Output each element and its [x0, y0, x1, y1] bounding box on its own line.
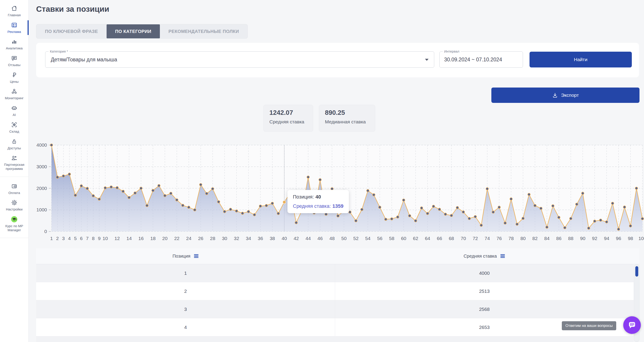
bids-chart[interactable]: 0100020003000400012345678910121416182022… — [33, 142, 644, 245]
column-menu-icon[interactable] — [500, 254, 505, 259]
sidebar-item-label: Отзывы — [8, 63, 20, 67]
payment-icon — [11, 183, 18, 190]
chat-tooltip: Ответим на ваши вопросы — [562, 321, 616, 330]
sidebar-item-label: Реклама — [8, 30, 21, 34]
cell-position: 1 — [36, 264, 335, 282]
interval-input[interactable]: Интервал 30.09.2024 ~ 07.10.2024 — [440, 51, 523, 68]
sidebar-item-access[interactable]: Доступы — [0, 136, 28, 152]
svg-text:36: 36 — [258, 236, 263, 241]
sidebar-item-ads[interactable]: Реклама — [0, 19, 28, 36]
svg-text:5: 5 — [74, 236, 77, 241]
svg-text:6: 6 — [80, 236, 83, 241]
svg-text:46: 46 — [318, 236, 323, 241]
table-row-partial — [36, 336, 634, 342]
table-row: 32568 — [36, 300, 634, 318]
sidebar-item-label: Партнерская программа — [2, 163, 27, 171]
cell-avg-bid: 2513 — [335, 282, 634, 300]
svg-text:76: 76 — [496, 236, 502, 241]
sidebar-item-warehouse[interactable]: Склад — [0, 119, 28, 136]
svg-text:54: 54 — [365, 236, 370, 241]
svg-text:84: 84 — [544, 236, 550, 241]
chat-button[interactable] — [623, 316, 641, 334]
svg-text:90: 90 — [580, 236, 585, 241]
svg-text:7: 7 — [86, 236, 89, 241]
sidebar-item-label: Цены — [10, 80, 19, 84]
svg-text:12: 12 — [114, 236, 120, 241]
tooltip-position-row: Позиция:40 — [293, 194, 344, 200]
svg-text:44: 44 — [306, 236, 311, 241]
stat-label: Средняя ставка — [270, 119, 307, 124]
tab-1[interactable]: ПО КАТЕГОРИИ — [106, 24, 160, 38]
table-row: 14000 — [36, 264, 634, 282]
sidebar-item-label: Доступы — [8, 146, 21, 150]
svg-text:98: 98 — [628, 236, 633, 241]
sidebar-item-label: Оплата — [8, 191, 20, 195]
page-title: Ставки за позиции — [36, 4, 109, 13]
sidebar-item-prices[interactable]: Цены — [0, 69, 28, 86]
sidebar-item-analytics[interactable]: Аналитика — [0, 36, 28, 52]
stat-card-average: 1242.07 Средняя ставка — [263, 105, 313, 132]
svg-text:28: 28 — [210, 236, 215, 241]
prices-icon — [11, 71, 18, 78]
reviews-icon — [11, 55, 18, 62]
svg-text:32: 32 — [234, 236, 239, 241]
sidebar-item-label: AI — [13, 113, 16, 117]
sidebar-item-monitoring[interactable]: Мониторинг — [0, 86, 28, 102]
svg-text:64: 64 — [425, 236, 430, 241]
search-button[interactable]: Найти — [530, 52, 632, 67]
monitoring-icon — [11, 88, 18, 95]
svg-text:4: 4 — [68, 236, 71, 241]
sidebar-item-partner[interactable]: Партнерская программа — [0, 152, 28, 173]
sidebar-item-payment[interactable]: Оплата — [0, 180, 28, 197]
svg-text:20: 20 — [162, 236, 168, 241]
svg-text:82: 82 — [532, 236, 538, 241]
interval-label: Интервал — [443, 49, 461, 53]
table-body: 14000225133256842653 — [36, 264, 634, 342]
export-label: Экспорт — [561, 92, 579, 98]
svg-text:1000: 1000 — [36, 207, 47, 212]
svg-text:96: 96 — [616, 236, 621, 241]
svg-text:3000: 3000 — [36, 164, 47, 169]
svg-text:2000: 2000 — [36, 186, 47, 191]
sidebar-item-reviews[interactable]: Отзывы — [0, 52, 28, 69]
svg-text:10: 10 — [102, 236, 108, 241]
scrollbar-thumb[interactable] — [635, 266, 638, 277]
svg-text:26: 26 — [198, 236, 203, 241]
sidebar-item-course[interactable]: Курс по MP Manager — [0, 214, 28, 234]
sidebar-item-label: Аналитика — [6, 46, 22, 50]
svg-text:16: 16 — [138, 236, 144, 241]
svg-text:66: 66 — [437, 236, 442, 241]
chevron-down-icon[interactable] — [425, 59, 428, 61]
column-header-avg-bid[interactable]: Средняя ставка — [335, 248, 634, 264]
svg-text:38: 38 — [270, 236, 275, 241]
column-header-position[interactable]: Позиция — [36, 248, 335, 264]
cell-avg-bid: 2568 — [335, 300, 634, 318]
svg-text:14: 14 — [126, 236, 132, 241]
tab-2[interactable]: РЕКОМЕНДАТЕЛЬНЫЕ ПОЛКИ — [160, 24, 248, 38]
table-row: 42653 — [36, 318, 634, 336]
cell-avg-bid: 4000 — [335, 264, 634, 282]
sidebar-item-settings[interactable]: Настройки — [0, 197, 28, 214]
access-icon — [11, 138, 18, 145]
svg-text:2: 2 — [56, 236, 59, 241]
table-header: Позиция Средняя ставка — [36, 248, 640, 264]
interval-value: 30.09.2024 ~ 07.10.2024 — [444, 57, 502, 63]
svg-text:80: 80 — [520, 236, 526, 241]
svg-text:30: 30 — [222, 236, 227, 241]
tab-0[interactable]: ПО КЛЮЧЕВОЙ ФРАЗЕ — [36, 24, 106, 38]
partner-icon — [11, 155, 18, 161]
svg-text:50: 50 — [342, 236, 346, 241]
svg-text:8: 8 — [92, 236, 94, 241]
category-select[interactable]: Категория * Детям/Товары для малыша — [45, 51, 434, 68]
column-menu-icon[interactable] — [194, 254, 198, 259]
home-icon — [11, 5, 18, 12]
sidebar-item-label: Настройки — [6, 207, 22, 211]
cell-position: 2 — [36, 282, 335, 300]
analytics-icon — [11, 38, 18, 45]
sidebar-item-ai[interactable]: AI — [0, 102, 28, 119]
svg-text:62: 62 — [413, 236, 418, 241]
download-icon — [552, 92, 558, 98]
export-button[interactable]: Экспорт — [491, 87, 640, 103]
sidebar-item-home[interactable]: Главная — [0, 3, 28, 19]
active-indicator — [28, 20, 29, 35]
